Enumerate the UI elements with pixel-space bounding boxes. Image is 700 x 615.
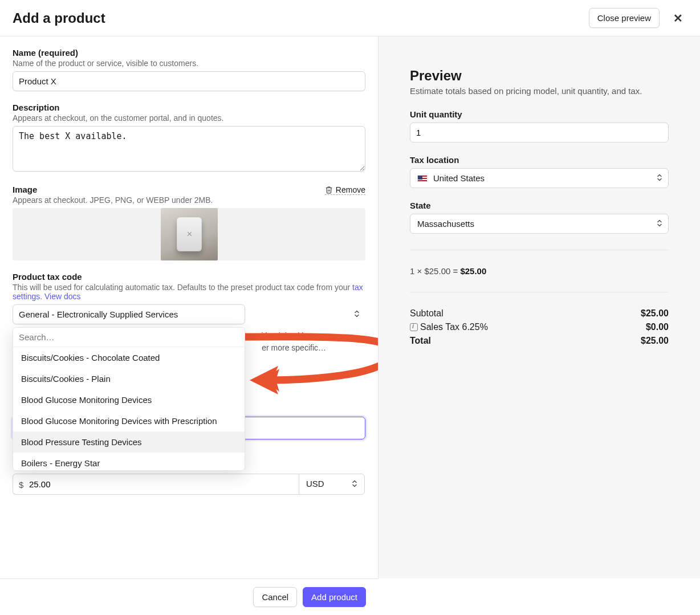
price-input-wrap: $	[13, 474, 299, 495]
trash-icon	[325, 186, 333, 194]
remove-image-button[interactable]: Remove	[325, 185, 365, 195]
salestax-row: Sales Tax 6.25% $0.00	[410, 322, 669, 332]
preview-subtitle: Estimate totals based on pricing model, …	[410, 86, 669, 96]
currency-value: USD	[306, 479, 324, 488]
currency-symbol: $	[19, 479, 23, 489]
cancel-button[interactable]: Cancel	[253, 587, 297, 607]
add-product-button[interactable]: Add product	[303, 587, 366, 607]
chevrons-icon	[657, 173, 662, 183]
total-row: Total $25.00	[410, 336, 669, 346]
tax-code-sublabel: This will be used for calculating automa…	[13, 283, 365, 301]
state-select[interactable]: Massachusetts	[410, 214, 669, 234]
tax-code-dropdown: Biscuits/Cookies - Chocolate Coated Bisc…	[13, 327, 245, 471]
tax-location-label: Tax location	[410, 155, 669, 165]
image-label: Image	[13, 185, 37, 194]
close-preview-button[interactable]: Close preview	[589, 8, 660, 28]
view-docs-link[interactable]: View docs	[44, 292, 81, 301]
tax-code-select[interactable]: General - Electronically Supplied Servic…	[13, 304, 245, 324]
calc-line: 1 × $25.00 = $25.00	[410, 266, 669, 276]
name-label: Name (required)	[13, 48, 365, 58]
image-preview[interactable]	[13, 208, 365, 260]
description-label: Description	[13, 103, 365, 112]
chevrons-icon	[352, 479, 357, 489]
unit-quantity-label: Unit quantity	[410, 109, 669, 119]
chevrons-icon	[354, 309, 360, 319]
close-icon[interactable]: ✕	[669, 9, 687, 27]
description-textarea[interactable]: The best X available.	[13, 126, 365, 172]
remove-image-label: Remove	[336, 185, 365, 194]
tax-location-select[interactable]: United States	[410, 168, 669, 188]
price-input[interactable]	[19, 479, 293, 490]
info-icon	[410, 323, 418, 331]
us-flag-icon	[417, 175, 428, 182]
tax-location-value: United States	[433, 173, 485, 183]
modal-footer: Cancel Add product	[0, 579, 379, 615]
svg-marker-0	[250, 366, 278, 394]
tax-code-option[interactable]: Biscuits/Cookies - Chocolate Coated	[13, 347, 245, 368]
preview-title: Preview	[410, 68, 669, 84]
unit-quantity-input[interactable]	[410, 123, 669, 142]
state-value: Massachusetts	[417, 219, 474, 229]
tax-code-option[interactable]: Biscuits/Cookies - Plain	[13, 368, 245, 389]
tax-code-search-input[interactable]	[13, 328, 245, 347]
state-label: State	[410, 201, 669, 210]
name-sublabel: Name of the product or service, visible …	[13, 59, 365, 68]
tax-code-option[interactable]: Blood Glucose Monitoring Devices with Pr…	[13, 410, 245, 431]
page-title: Add a product	[13, 10, 105, 26]
currency-select[interactable]: USD	[299, 474, 365, 495]
tax-code-label: Product tax code	[13, 272, 365, 282]
description-sublabel: Appears at checkout, on the customer por…	[13, 113, 365, 123]
subtotal-row: Subtotal $25.00	[410, 308, 669, 319]
tax-code-value: General - Electronically Supplied Servic…	[19, 309, 178, 319]
tax-code-option[interactable]: Blood Pressure Testing Devices	[13, 431, 245, 453]
tax-code-option[interactable]: Blood Glucose Monitoring Devices	[13, 389, 245, 410]
chevrons-icon	[657, 219, 662, 229]
product-thumbnail	[161, 208, 218, 260]
modal-header: Add a product Close preview ✕	[0, 0, 700, 36]
image-sublabel: Appears at checkout. JPEG, PNG, or WEBP …	[13, 196, 365, 205]
tax-code-option[interactable]: Boilers - Energy Star	[13, 453, 245, 470]
name-input[interactable]	[13, 71, 365, 91]
